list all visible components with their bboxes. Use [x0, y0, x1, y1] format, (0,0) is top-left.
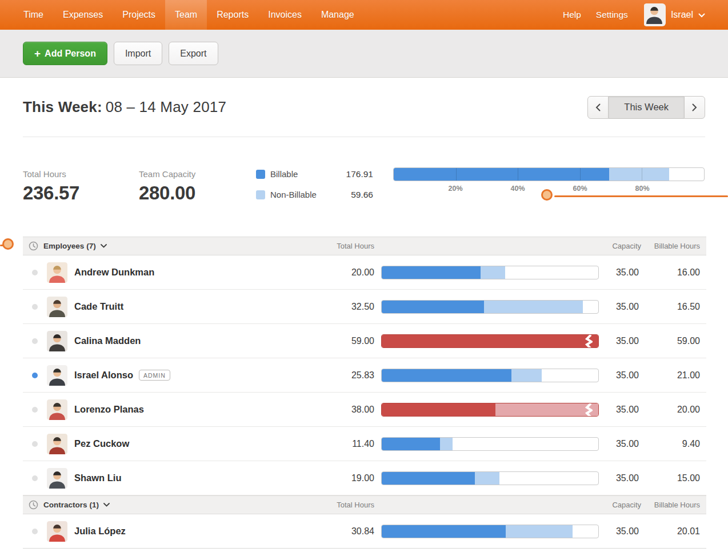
billable-hours-value: 20.00	[654, 405, 700, 415]
table-row[interactable]: Julia López 30.84 35.00 20.01	[23, 514, 706, 549]
legend-non-billable: Non-Billable	[256, 190, 317, 199]
help-link[interactable]: Help	[563, 10, 581, 20]
bar-billable-fill	[382, 266, 481, 279]
column-billable-hours: Billable Hours	[637, 242, 700, 250]
team-capacity-bar	[393, 167, 705, 181]
nav-right: Help Settings Israel	[563, 0, 705, 30]
bar-nonbillable-fill	[484, 301, 583, 313]
legend-billable: Billable	[256, 169, 298, 179]
column-capacity: Capacity	[590, 501, 641, 509]
previous-week-button[interactable]	[587, 96, 609, 119]
harvest-team-page: TimeExpensesProjectsTeamReportsInvoicesM…	[0, 0, 728, 560]
utilization-bar	[381, 403, 599, 417]
group-toggle[interactable]: Employees(7)	[43, 242, 96, 250]
table-row[interactable]: Pez Cuckow 11.40 35.00 9.40	[23, 427, 706, 461]
bar-billable-fill	[382, 335, 598, 347]
bar-nonbillable-fill	[440, 438, 453, 450]
chevron-down-icon	[698, 13, 705, 18]
team-capacity-label: Team Capacity	[139, 169, 195, 179]
avatar	[47, 399, 67, 420]
table-row[interactable]: Lorenzo Planas 38.00 35.00 20.00	[23, 393, 706, 427]
bar-nonbillable-fill	[506, 525, 573, 538]
status-dot	[32, 529, 38, 534]
capacity-value: 35.00	[593, 405, 639, 415]
nav-tab-manage[interactable]: Manage	[311, 0, 364, 30]
billable-hours-value: 16.00	[654, 267, 700, 278]
nav-tab-projects[interactable]: Projects	[113, 0, 165, 30]
team-table: Employees(7) Total Hours Capacity Billab…	[23, 237, 706, 549]
user-menu[interactable]: Israel	[643, 3, 705, 26]
user-avatar	[643, 3, 666, 26]
week-header: This Week:08 – 14 May 2017 This Week	[23, 78, 705, 137]
status-dot	[32, 441, 38, 447]
total-hours-value: 236.57	[23, 182, 79, 204]
person-name[interactable]: Calina Madden	[74, 335, 141, 346]
capacity-value: 35.00	[593, 336, 639, 346]
export-button[interactable]: Export	[169, 42, 218, 65]
non-billable-hours-total: 59.66	[327, 190, 373, 200]
billable-swatch	[256, 170, 265, 179]
nav-tabs: TimeExpensesProjectsTeamReportsInvoicesM…	[14, 0, 364, 30]
capacity-value: 35.00	[593, 302, 639, 312]
annotation-line-left	[0, 245, 4, 246]
user-name: Israel	[671, 10, 693, 20]
annotation-marker-employees	[2, 238, 14, 250]
this-week-button[interactable]: This Week	[609, 96, 684, 119]
nav-tab-expenses[interactable]: Expenses	[53, 0, 113, 30]
admin-badge: ADMIN	[139, 370, 170, 381]
person-name[interactable]: Pez Cuckow	[74, 438, 129, 449]
table-row[interactable]: Calina Madden 59.00 35.00 59.00	[23, 324, 706, 358]
person-name[interactable]: Lorenzo Planas	[74, 404, 144, 415]
utilization-bar	[381, 266, 599, 279]
billable-hours-value: 20.01	[654, 526, 700, 537]
billable-hours-total: 176.91	[327, 169, 373, 179]
import-button[interactable]: Import	[114, 42, 162, 65]
person-name[interactable]: Cade Truitt	[74, 301, 123, 312]
chevron-down-icon[interactable]	[101, 244, 107, 248]
total-hours-value: 32.50	[323, 302, 374, 312]
bar-billable-fill	[382, 438, 440, 450]
tick-label: 80%	[635, 185, 649, 193]
group-toggle[interactable]: Contractors(1)	[43, 501, 99, 509]
table-row[interactable]: Andrew Dunkman 20.00 35.00 16.00	[23, 255, 706, 290]
capacity-value: 35.00	[593, 526, 639, 537]
bar-nonbillable-fill	[481, 266, 505, 279]
capacity-bar-ticks: 20%40%60%80%	[393, 185, 705, 194]
page-title: This Week:08 – 14 May 2017	[23, 98, 226, 116]
nav-tab-team[interactable]: Team	[165, 0, 207, 30]
total-hours-value: 38.00	[323, 405, 374, 415]
overflow-break-icon	[585, 335, 593, 348]
chevron-down-icon[interactable]	[103, 503, 110, 507]
person-name[interactable]: Shawn Liu	[74, 473, 122, 483]
total-hours-value: 25.83	[323, 370, 374, 381]
nav-tab-reports[interactable]: Reports	[207, 0, 258, 30]
table-row[interactable]: Israel Alonso ADMIN 25.83 35.00 21.00	[23, 358, 706, 393]
column-capacity: Capacity	[590, 242, 641, 250]
utilization-bar	[381, 471, 599, 485]
non-billable-swatch	[256, 190, 265, 199]
person-name[interactable]: Julia López	[74, 526, 126, 537]
billable-label: Billable	[270, 169, 298, 179]
bar-billable-fill	[382, 472, 475, 485]
bar-billable-fill	[382, 301, 484, 313]
billable-hours-value: 21.00	[654, 370, 700, 381]
status-dot	[32, 475, 38, 481]
week-title-bold: This Week:	[23, 98, 102, 115]
person-name[interactable]: Israel Alonso	[74, 370, 133, 381]
timer-icon	[29, 241, 38, 251]
settings-link[interactable]: Settings	[596, 10, 628, 20]
add-person-button[interactable]: + Add Person	[23, 42, 107, 65]
status-dot	[32, 270, 38, 275]
capacity-value: 35.00	[593, 439, 639, 449]
table-row[interactable]: Cade Truitt 32.50 35.00 16.50	[23, 290, 706, 324]
capacity-bar-billable-fill	[394, 168, 609, 181]
week-switcher: This Week	[587, 96, 705, 119]
next-week-button[interactable]	[684, 96, 705, 119]
nav-tab-invoices[interactable]: Invoices	[258, 0, 311, 30]
week-date-range: 08 – 14 May 2017	[106, 98, 226, 115]
nav-tab-time[interactable]: Time	[14, 0, 53, 30]
utilization-bar	[381, 300, 599, 314]
bar-billable-fill	[382, 525, 506, 538]
table-row[interactable]: Shawn Liu 19.00 35.00 15.00	[23, 461, 706, 495]
person-name[interactable]: Andrew Dunkman	[74, 267, 154, 278]
